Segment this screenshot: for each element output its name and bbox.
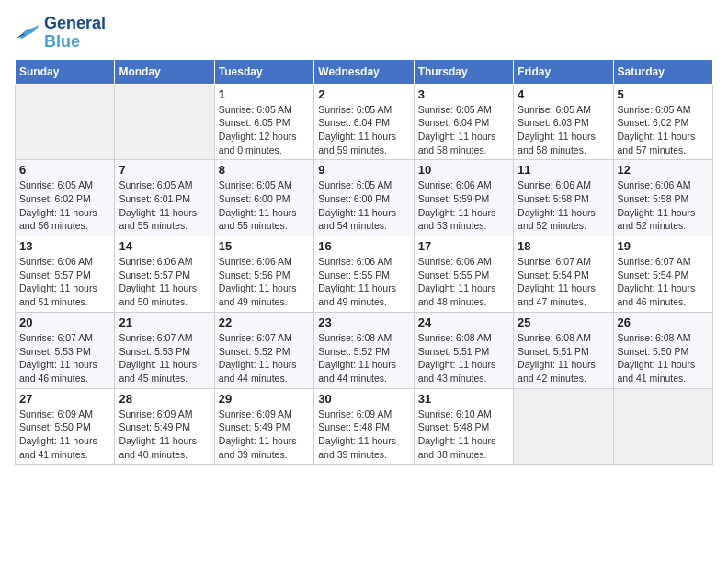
day-number: 16 [318,239,409,253]
day-number: 17 [418,239,509,253]
calendar-cell: 3Sunrise: 6:05 AM Sunset: 6:04 PM Daylig… [414,84,513,160]
day-number: 20 [19,316,110,329]
calendar-cell: 5Sunrise: 6:05 AM Sunset: 6:02 PM Daylig… [613,84,712,160]
logo-bird-icon [15,23,40,43]
calendar-cell: 13Sunrise: 6:06 AM Sunset: 5:57 PM Dayli… [16,236,115,313]
calendar-cell: 25Sunrise: 6:08 AM Sunset: 5:51 PM Dayli… [514,312,613,388]
day-info: Sunrise: 6:05 AM Sunset: 6:00 PM Dayligh… [318,178,409,233]
day-header-sunday: Sunday [16,59,115,84]
calendar-header-row: SundayMondayTuesdayWednesdayThursdayFrid… [16,59,713,84]
calendar-cell: 28Sunrise: 6:09 AM Sunset: 5:49 PM Dayli… [115,388,214,465]
day-info: Sunrise: 6:06 AM Sunset: 5:57 PM Dayligh… [19,255,110,309]
calendar-cell: 19Sunrise: 6:07 AM Sunset: 5:54 PM Dayli… [613,236,712,313]
calendar-cell: 17Sunrise: 6:06 AM Sunset: 5:55 PM Dayli… [414,236,513,313]
calendar-table: SundayMondayTuesdayWednesdayThursdayFrid… [15,59,713,465]
day-info: Sunrise: 6:05 AM Sunset: 6:03 PM Dayligh… [518,103,609,157]
day-info: Sunrise: 6:06 AM Sunset: 5:55 PM Dayligh… [418,255,509,309]
day-info: Sunrise: 6:06 AM Sunset: 5:56 PM Dayligh… [219,255,310,309]
calendar-cell: 21Sunrise: 6:07 AM Sunset: 5:53 PM Dayli… [115,312,214,388]
calendar-cell: 20Sunrise: 6:07 AM Sunset: 5:53 PM Dayli… [16,312,115,388]
logo: General Blue [15,15,106,52]
day-number: 24 [418,316,509,329]
day-info: Sunrise: 6:05 AM Sunset: 6:02 PM Dayligh… [19,178,110,233]
day-info: Sunrise: 6:06 AM Sunset: 5:59 PM Dayligh… [418,178,509,233]
day-info: Sunrise: 6:08 AM Sunset: 5:50 PM Dayligh… [618,331,709,385]
calendar-cell: 29Sunrise: 6:09 AM Sunset: 5:49 PM Dayli… [214,388,313,465]
day-info: Sunrise: 6:05 AM Sunset: 6:00 PM Dayligh… [219,178,310,233]
calendar-cell: 27Sunrise: 6:09 AM Sunset: 5:50 PM Dayli… [16,388,115,465]
day-number: 13 [19,239,110,253]
day-number: 26 [618,316,709,329]
day-number: 29 [219,392,310,406]
day-info: Sunrise: 6:05 AM Sunset: 6:04 PM Dayligh… [418,103,509,157]
day-info: Sunrise: 6:07 AM Sunset: 5:53 PM Dayligh… [19,331,110,385]
day-number: 2 [318,87,409,101]
calendar-cell [115,84,214,160]
day-number: 23 [318,316,409,329]
day-number: 14 [119,239,210,253]
calendar-cell: 31Sunrise: 6:10 AM Sunset: 5:48 PM Dayli… [414,388,513,465]
day-number: 1 [219,87,310,101]
day-info: Sunrise: 6:10 AM Sunset: 5:48 PM Dayligh… [418,408,509,462]
page-header: General Blue [15,15,713,52]
day-info: Sunrise: 6:09 AM Sunset: 5:49 PM Dayligh… [219,408,310,462]
calendar-week-row: 20Sunrise: 6:07 AM Sunset: 5:53 PM Dayli… [16,312,713,388]
day-info: Sunrise: 6:05 AM Sunset: 6:01 PM Dayligh… [119,178,210,233]
day-number: 28 [119,392,210,406]
calendar-week-row: 13Sunrise: 6:06 AM Sunset: 5:57 PM Dayli… [16,236,713,313]
day-header-friday: Friday [514,59,613,84]
calendar-cell: 18Sunrise: 6:07 AM Sunset: 5:54 PM Dayli… [514,236,613,313]
calendar-cell: 9Sunrise: 6:05 AM Sunset: 6:00 PM Daylig… [314,160,414,236]
day-number: 18 [518,239,609,253]
calendar-week-row: 1Sunrise: 6:05 AM Sunset: 6:05 PM Daylig… [16,84,713,160]
day-info: Sunrise: 6:05 AM Sunset: 6:04 PM Dayligh… [318,103,409,157]
calendar-cell: 30Sunrise: 6:09 AM Sunset: 5:48 PM Dayli… [314,388,414,465]
day-header-saturday: Saturday [613,59,712,84]
day-number: 22 [219,316,310,329]
day-info: Sunrise: 6:09 AM Sunset: 5:48 PM Dayligh… [318,408,409,462]
calendar-cell: 8Sunrise: 6:05 AM Sunset: 6:00 PM Daylig… [214,160,313,236]
day-header-tuesday: Tuesday [214,59,313,84]
day-header-thursday: Thursday [414,59,513,84]
day-info: Sunrise: 6:08 AM Sunset: 5:51 PM Dayligh… [418,331,509,385]
day-info: Sunrise: 6:07 AM Sunset: 5:54 PM Dayligh… [618,255,709,309]
day-info: Sunrise: 6:05 AM Sunset: 6:02 PM Dayligh… [618,103,709,157]
calendar-week-row: 6Sunrise: 6:05 AM Sunset: 6:02 PM Daylig… [16,160,713,236]
calendar-cell: 2Sunrise: 6:05 AM Sunset: 6:04 PM Daylig… [314,84,414,160]
day-info: Sunrise: 6:09 AM Sunset: 5:50 PM Dayligh… [19,408,110,462]
logo-text-blue: Blue [44,33,106,52]
day-number: 7 [119,163,210,177]
day-info: Sunrise: 6:06 AM Sunset: 5:58 PM Dayligh… [518,178,609,233]
calendar-cell: 26Sunrise: 6:08 AM Sunset: 5:50 PM Dayli… [613,312,712,388]
day-info: Sunrise: 6:06 AM Sunset: 5:58 PM Dayligh… [618,178,709,233]
day-number: 30 [318,392,409,406]
day-number: 6 [19,163,110,177]
day-number: 15 [219,239,310,253]
calendar-cell: 11Sunrise: 6:06 AM Sunset: 5:58 PM Dayli… [514,160,613,236]
calendar-cell [613,388,712,465]
calendar-cell: 7Sunrise: 6:05 AM Sunset: 6:01 PM Daylig… [115,160,214,236]
day-info: Sunrise: 6:08 AM Sunset: 5:52 PM Dayligh… [318,331,409,385]
day-info: Sunrise: 6:09 AM Sunset: 5:49 PM Dayligh… [119,408,210,462]
calendar-cell: 15Sunrise: 6:06 AM Sunset: 5:56 PM Dayli… [214,236,313,313]
day-number: 10 [418,163,509,177]
day-info: Sunrise: 6:06 AM Sunset: 5:55 PM Dayligh… [318,255,409,309]
day-number: 31 [418,392,509,406]
calendar-cell: 1Sunrise: 6:05 AM Sunset: 6:05 PM Daylig… [214,84,313,160]
day-header-wednesday: Wednesday [314,59,414,84]
calendar-cell: 23Sunrise: 6:08 AM Sunset: 5:52 PM Dayli… [314,312,414,388]
day-info: Sunrise: 6:08 AM Sunset: 5:51 PM Dayligh… [518,331,609,385]
calendar-cell: 14Sunrise: 6:06 AM Sunset: 5:57 PM Dayli… [115,236,214,313]
day-number: 4 [518,87,609,101]
day-number: 3 [418,87,509,101]
logo-text-general: General [44,15,106,33]
day-info: Sunrise: 6:07 AM Sunset: 5:52 PM Dayligh… [219,331,310,385]
day-number: 21 [119,316,210,329]
day-info: Sunrise: 6:05 AM Sunset: 6:05 PM Dayligh… [219,103,310,157]
day-number: 12 [618,163,709,177]
day-info: Sunrise: 6:06 AM Sunset: 5:57 PM Dayligh… [119,255,210,309]
calendar-cell: 12Sunrise: 6:06 AM Sunset: 5:58 PM Dayli… [613,160,712,236]
calendar-cell [16,84,115,160]
day-info: Sunrise: 6:07 AM Sunset: 5:54 PM Dayligh… [518,255,609,309]
day-number: 8 [219,163,310,177]
